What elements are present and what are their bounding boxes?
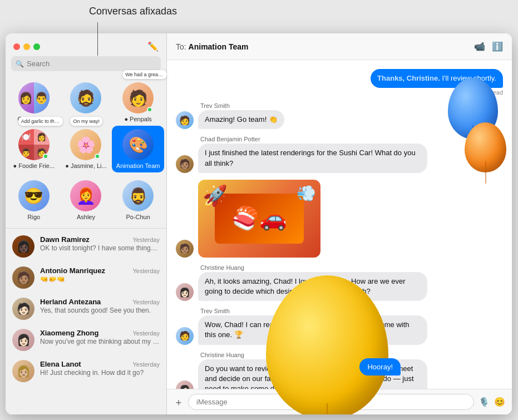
- add-attachment-button[interactable]: ＋: [174, 396, 184, 409]
- avatar-container: 🧔‍♂️: [122, 180, 154, 211]
- convo-time: Yesterday: [132, 330, 160, 337]
- list-item[interactable]: 👩🏼 Elena Lanot Yesterday Hi! Just checki…: [6, 355, 166, 387]
- message-received: Chad Benjamin Potter 🧑🏽 I just finished …: [176, 136, 503, 172]
- pinned-contact-penpals[interactable]: We had a great time. Home with... 🧑 ● Pe…: [112, 79, 164, 126]
- convo-preview: Hi! Just checking in. How did it go?: [40, 369, 160, 377]
- sender-name: Trev Smith: [200, 308, 503, 314]
- list-item[interactable]: 👩🏿 Dawn Ramirez Yesterday OK to visit to…: [6, 231, 166, 262]
- traffic-lights: [13, 43, 40, 50]
- avatar-container: On my way! 🌸: [70, 129, 101, 160]
- avatar: 👩🏻: [176, 381, 194, 389]
- convo-preview: Now you've got me thinking about my next…: [40, 338, 160, 345]
- avatar: 👩 👨: [18, 82, 50, 113]
- convo-time: Yesterday: [132, 236, 160, 243]
- audio-button[interactable]: 🎙️: [478, 397, 490, 407]
- avatar-container: 😎: [18, 180, 50, 211]
- convo-header: Herland Antezana Yesterday: [40, 298, 160, 306]
- compose-button[interactable]: ✏️: [147, 41, 159, 52]
- convo-preview: OK to visit tonight? I have some things …: [40, 244, 160, 252]
- convo-header: Elena Lanot Yesterday: [40, 360, 160, 368]
- chat-input-bar: ＋ 🎙️ 😊: [167, 389, 512, 414]
- avatar: 👩🏿: [12, 235, 34, 258]
- avatar: 🧑: [176, 111, 194, 129]
- close-button[interactable]: [13, 43, 20, 50]
- convo-name: Elena Lanot: [40, 360, 81, 368]
- sender-name: Trev Smith: [200, 102, 503, 109]
- avatar-container: 🎨: [122, 129, 154, 160]
- contact-name: Animation Team: [116, 162, 160, 169]
- avatar: 👩🏻: [12, 329, 34, 351]
- online-indicator: [43, 154, 48, 159]
- list-item[interactable]: 👩🏻 Xiaomeng Zhong Yesterday Now you've g…: [6, 324, 166, 355]
- avatar-container: 👩 👨: [18, 82, 50, 113]
- contact-name: Ashley: [77, 214, 95, 220]
- convo-preview: Yes, that sounds good! See you then.: [40, 307, 160, 314]
- convo-header: Dawn Ramirez Yesterday: [40, 235, 160, 244]
- contact-name: ● Jasmine, Li...: [65, 162, 107, 169]
- message-row: 🧑 Wow, Chad! I can really envision us ta…: [176, 315, 503, 344]
- hooray-bubble: Hooray!: [359, 358, 401, 375]
- message-received: Trev Smith 🧑 Amazing! Go team! 👏: [176, 102, 503, 129]
- avatar: 🧑: [176, 327, 194, 345]
- minimize-button[interactable]: [23, 43, 30, 50]
- convo-time: Yesterday: [132, 299, 160, 305]
- pinned-contact-animation-team[interactable]: 🎨 Animation Team: [112, 126, 164, 172]
- chat-header: To: Animation Team 📹 ℹ️: [167, 33, 512, 60]
- search-input[interactable]: [11, 56, 161, 71]
- avatar-container: 👩‍🦰: [70, 180, 101, 211]
- bubble-preview: Add garlic to the butter, and then...: [18, 117, 63, 126]
- bubble-sent: Thanks, Christine. I'll review shortly.: [371, 69, 503, 88]
- message-status: Read: [489, 89, 503, 96]
- pinned-grid: 👩 👨 Olivia & Will 🧔 Guillermo: [6, 77, 166, 175]
- conversation-content: Elena Lanot Yesterday Hi! Just checking …: [40, 360, 160, 377]
- message-row: 🧑🏽 I just finished the latest renderings…: [176, 144, 503, 172]
- convo-header: Antonio Manriquez Yesterday: [40, 266, 160, 275]
- message-row: 👩🏻 Do you want to review all the renders…: [176, 359, 503, 389]
- message-row: 🧑🏽 🚀 💨 🍣🚗: [176, 180, 503, 258]
- pinned-contact-pochun[interactable]: 🧔‍♂️ Po-Chun: [112, 177, 164, 224]
- sticker-z: 💨: [297, 184, 316, 202]
- non-pinned-row: 😎 Rigo 👩‍🦰 Ashley 🧔‍♂️ Po-Chun: [6, 175, 166, 226]
- message-row: 🧑 Amazing! Go team! 👏: [176, 110, 503, 129]
- info-button[interactable]: ℹ️: [492, 41, 503, 52]
- convo-time: Yesterday: [132, 268, 160, 274]
- message-received: Christine Huang 👩🏻 Do you want to review…: [176, 352, 503, 389]
- conversation-content: Antonio Manriquez Yesterday 🤜🤛🤜: [40, 266, 160, 283]
- pinned-contact-jasmine[interactable]: On my way! 🌸 ● Jasmine, Li...: [60, 126, 112, 172]
- avatar: 🎨: [122, 129, 154, 160]
- pinned-contact-foodie[interactable]: Add garlic to the butter, and then... 🍽️…: [8, 126, 60, 172]
- emoji-button[interactable]: 😊: [494, 397, 505, 407]
- list-item[interactable]: 🧑🏻 Herland Antezana Yesterday Yes, that …: [6, 293, 166, 324]
- to-label: To:: [176, 42, 186, 51]
- pinned-section: 👩 👨 Olivia & Will 🧔 Guillermo: [6, 76, 166, 229]
- avatar: 👩‍🦰: [70, 180, 101, 211]
- search-icon: 🔍: [16, 60, 24, 68]
- list-item[interactable]: 🧑🏽 Antonio Manriquez Yesterday 🤜🤛🤜: [6, 262, 166, 293]
- convo-name: Antonio Manriquez: [40, 266, 105, 275]
- conversation-content: Xiaomeng Zhong Yesterday Now you've got …: [40, 329, 160, 345]
- bubble-preview: On my way!: [70, 117, 102, 126]
- image-message: 🚀 💨 🍣🚗: [198, 180, 320, 258]
- video-call-button[interactable]: 📹: [474, 41, 485, 52]
- online-indicator: [95, 154, 100, 159]
- contact-name: ● Foodie Frie...: [13, 162, 55, 169]
- bubble-received: I just finished the latest renderings fo…: [198, 144, 427, 172]
- pinned-contact-rigo[interactable]: 😎 Rigo: [8, 177, 60, 224]
- search-bar: 🔍: [11, 56, 161, 71]
- sender-name: Chad Benjamin Potter: [200, 136, 503, 142]
- messages-window: ✏️ 🔍 👩 👨: [6, 33, 512, 414]
- chat-header-title: To: Animation Team: [176, 42, 474, 51]
- pinned-contact-ashley[interactable]: 👩‍🦰 Ashley: [60, 177, 112, 224]
- chat-area: To: Animation Team 📹 ℹ️ Thanks, Christin…: [167, 33, 512, 414]
- message-input[interactable]: [188, 394, 474, 410]
- message-sent: Thanks, Christine. I'll review shortly. …: [176, 69, 503, 96]
- contact-name: Po-Chun: [126, 214, 150, 220]
- chat-header-icons: 📹 ℹ️: [474, 41, 503, 52]
- convo-name: Dawn Ramirez: [40, 235, 90, 244]
- convo-name: Xiaomeng Zhong: [40, 329, 98, 337]
- avatar: 🧑🏽: [176, 155, 194, 173]
- fullscreen-button[interactable]: [33, 43, 40, 50]
- avatar: 🧑🏽: [12, 266, 34, 289]
- contact-name: ● Penpals: [124, 116, 151, 122]
- bubble-received: Ah, it looks amazing, Chad! I love it so…: [198, 272, 427, 301]
